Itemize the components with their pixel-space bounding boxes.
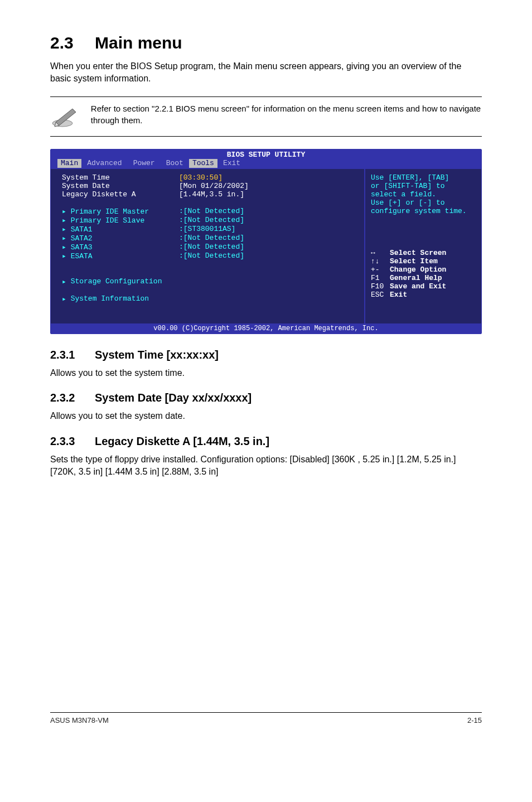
bios-tab-main[interactable]: Main bbox=[57, 159, 81, 168]
subsection-heading: 2.3.2System Date [Day xx/xx/xxxx] bbox=[50, 392, 482, 404]
bios-item-label[interactable]: ▸ ESATA bbox=[62, 252, 179, 260]
bios-item-label[interactable]: ▸ SATA3 bbox=[62, 243, 179, 252]
bios-item-value: :[Not Detected] bbox=[179, 243, 244, 252]
bios-time-label: System Time bbox=[62, 173, 179, 182]
footer-right: 2-15 bbox=[467, 716, 482, 724]
bios-tab-power[interactable]: Power bbox=[128, 159, 161, 168]
bios-help-line: select a field. bbox=[371, 190, 476, 199]
bios-item-value: :[Not Detected] bbox=[179, 216, 244, 225]
bios-menubar: Main Advanced Power Boot Tools Exit bbox=[51, 159, 481, 169]
bios-item-label[interactable]: ▸ Primary IDE Master bbox=[62, 207, 179, 216]
bios-group[interactable]: ▸ Storage Configuration bbox=[62, 277, 359, 286]
section-number: 2.3 bbox=[50, 33, 95, 52]
page-footer: ASUS M3N78-VM 2-15 bbox=[50, 713, 482, 724]
bios-screenshot: BIOS SETUP UTILITY Main Advanced Power B… bbox=[50, 149, 482, 334]
bios-item-value: :[Not Detected] bbox=[179, 207, 244, 216]
footer-left: ASUS M3N78-VM bbox=[50, 716, 109, 724]
subsection-number: 2.3.1 bbox=[50, 349, 95, 361]
subsection-title: System Date [Day xx/xx/xxxx] bbox=[95, 392, 252, 404]
subsection-heading: 2.3.1System Time [xx:xx:xx] bbox=[50, 349, 482, 361]
bios-group[interactable]: ▸ System Information bbox=[62, 294, 359, 303]
bios-diskette-label: Legacy Diskette A bbox=[62, 190, 179, 199]
note-text: Refer to section "2.2.1 BIOS menu screen… bbox=[91, 103, 482, 126]
bios-main-panel: System Time [03:30:50] System Date [Mon … bbox=[51, 169, 364, 323]
bios-help-line: configure system time. bbox=[371, 207, 476, 215]
bios-date-value[interactable]: [Mon 01/28/2002] bbox=[179, 182, 249, 190]
bios-item-label[interactable]: ▸ SATA2 bbox=[62, 234, 179, 243]
bios-item-value: :[Not Detected] bbox=[179, 252, 244, 260]
bios-item-label[interactable]: ▸ Primary IDE Slave bbox=[62, 216, 179, 225]
bios-item-label[interactable]: ▸ SATA1 bbox=[62, 225, 179, 234]
bios-help-line: Use [+] or [-] to bbox=[371, 199, 476, 207]
subsection-number: 2.3.2 bbox=[50, 392, 95, 404]
bios-title: BIOS SETUP UTILITY bbox=[51, 149, 481, 159]
bios-date-label: System Date bbox=[62, 182, 179, 190]
bios-tab-tools[interactable]: Tools bbox=[189, 159, 217, 168]
bios-help-line: or [SHIFT-TAB] to bbox=[371, 182, 476, 190]
note-pencil-icon bbox=[50, 103, 80, 131]
bios-tab-boot[interactable]: Boot bbox=[161, 159, 189, 168]
bios-time-value[interactable]: [03:30:50] bbox=[179, 173, 223, 182]
section-heading: 2.3Main menu bbox=[50, 33, 482, 52]
bios-diskette-value[interactable]: [1.44M,3.5 in.] bbox=[179, 190, 244, 199]
section-intro: When you enter the BIOS Setup program, t… bbox=[50, 60, 482, 85]
bios-footer: v00.00 (C)Copyright 1985-2002, American … bbox=[51, 323, 481, 334]
subsection-title: System Time [xx:xx:xx] bbox=[95, 349, 219, 361]
subsection-body: Allows you to set the system time. bbox=[50, 367, 482, 379]
bios-help-line: Use [ENTER], [TAB] bbox=[371, 173, 476, 182]
bios-tab-exit[interactable]: Exit bbox=[217, 159, 246, 168]
subsection-heading: 2.3.3Legacy Diskette A [1.44M, 3.5 in.] bbox=[50, 435, 482, 448]
bios-help-panel: Use [ENTER], [TAB] or [SHIFT-TAB] to sel… bbox=[364, 169, 481, 323]
subsection-body: Allows you to set the system date. bbox=[50, 410, 482, 422]
subsection-number: 2.3.3 bbox=[50, 435, 95, 448]
bios-tab-advanced[interactable]: Advanced bbox=[81, 159, 127, 168]
note-block: Refer to section "2.2.1 BIOS menu screen… bbox=[50, 96, 482, 137]
section-title: Main menu bbox=[95, 33, 182, 52]
subsection-body: Sets the type of floppy drive installed.… bbox=[50, 453, 482, 479]
subsection-title: Legacy Diskette A [1.44M, 3.5 in.] bbox=[95, 435, 269, 447]
bios-help-keys: ↔Select Screen ↑↓Select Item +-Change Op… bbox=[371, 249, 476, 299]
bios-item-value: :[Not Detected] bbox=[179, 234, 244, 243]
bios-item-value: :[ST380011AS] bbox=[179, 225, 235, 234]
